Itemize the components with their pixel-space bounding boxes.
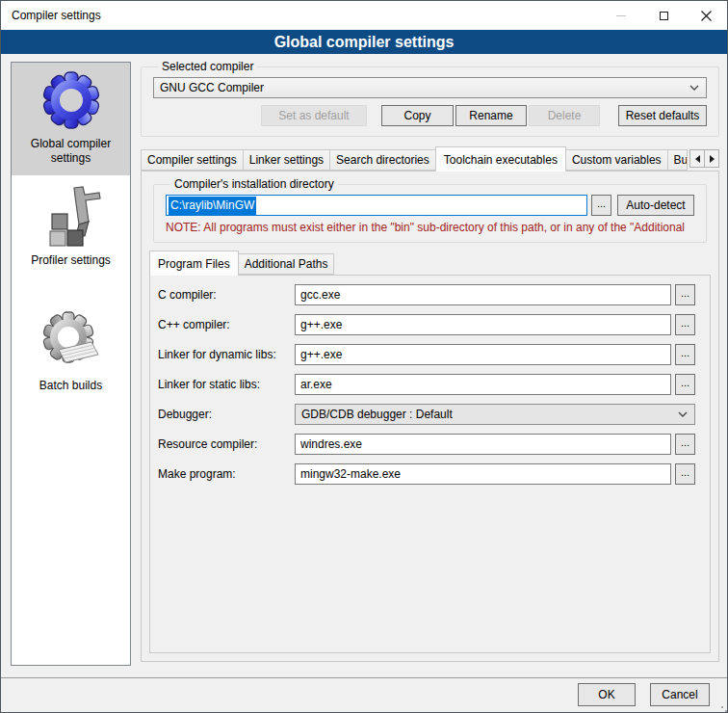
resource-compiler-label: Resource compiler: [158, 437, 295, 451]
static-linker-label: Linker for static libs: [158, 378, 295, 391]
installation-directory-input[interactable]: C:\raylib\MinGW [166, 195, 587, 216]
tab-search-directories[interactable]: Search directories [329, 149, 436, 171]
gear-blue-icon [39, 68, 103, 132]
sidebar-item-label: Batch builds [39, 379, 102, 393]
minimize-icon [616, 15, 626, 16]
maximize-icon [660, 12, 668, 20]
c-compiler-input[interactable] [295, 284, 671, 305]
window-controls [600, 1, 727, 30]
sidebar-item-global-compiler-settings[interactable]: Global compiler settings [12, 63, 130, 175]
debugger-select[interactable]: GDB/CDB debugger : Default [295, 404, 695, 425]
chevron-down-icon [689, 85, 699, 91]
minimize-button[interactable] [600, 1, 642, 30]
bin-subdirectory-note: NOTE: All programs must exist either in … [166, 221, 694, 234]
settings-tab-bar: Compiler settings Linker settings Search… [141, 145, 719, 171]
sidebar-item-label: Profiler settings [31, 253, 111, 268]
resource-compiler-input[interactable] [295, 434, 671, 455]
resource-compiler-browse-button[interactable]: ... [675, 434, 695, 455]
maximize-button[interactable] [642, 1, 685, 30]
make-program-row: Make program: ... [158, 463, 695, 485]
dialog-header-title: Global compiler settings [274, 34, 455, 51]
compiler-actions: Set as default Copy Rename Delete Reset … [153, 105, 707, 126]
tab-build-options-truncated[interactable]: Build [667, 149, 688, 171]
close-button[interactable] [685, 1, 727, 30]
dialog-footer: OK Cancel [578, 683, 710, 706]
dynamic-linker-label: Linker for dynamic libs: [158, 348, 295, 361]
debugger-label: Debugger: [158, 408, 295, 421]
compiler-select-value: GNU GCC Compiler [160, 81, 264, 94]
browse-directory-button[interactable]: ... [591, 195, 611, 216]
window-title: Compiler settings [1, 9, 101, 22]
make-program-label: Make program: [158, 467, 295, 481]
auto-detect-button[interactable]: Auto-detect [617, 195, 694, 216]
tab-additional-paths[interactable]: Additional Paths [238, 253, 335, 275]
caliper-icon [39, 185, 103, 249]
cancel-button[interactable]: Cancel [650, 683, 710, 706]
rename-button[interactable]: Rename [455, 105, 527, 126]
selected-compiler-group: Selected compiler GNU GCC Compiler Set a… [141, 60, 719, 137]
tab-scroll-right-button[interactable] [704, 149, 719, 168]
sidebar-item-label: Global compiler settings [13, 137, 128, 166]
make-program-input[interactable] [295, 463, 671, 485]
debugger-select-value: GDB/CDB debugger : Default [301, 408, 453, 421]
installation-directory-legend: Compiler's installation directory [170, 177, 338, 191]
settings-category-list: Global compiler settings Profiler settin… [11, 62, 131, 666]
tab-compiler-settings[interactable]: Compiler settings [141, 149, 244, 171]
sidebar-item-profiler-settings[interactable]: Profiler settings [12, 179, 130, 277]
make-program-browse-button[interactable]: ... [675, 463, 695, 485]
installation-directory-group: Compiler's installation directory C:\ray… [153, 177, 707, 243]
toolchain-executables-page: Compiler's installation directory C:\ray… [141, 171, 719, 662]
resize-grip[interactable] [721, 706, 723, 708]
installation-directory-value: C:\raylib\MinGW [169, 197, 256, 215]
compiler-select[interactable]: GNU GCC Compiler [153, 77, 707, 98]
selected-compiler-legend: Selected compiler [158, 60, 257, 73]
title-bar: Compiler settings [1, 1, 727, 30]
tab-scroll-buttons [689, 149, 719, 168]
tab-scroll-left-button[interactable] [689, 149, 705, 168]
gear-stack-icon [39, 310, 103, 374]
dynamic-linker-row: Linker for dynamic libs: ... [158, 344, 695, 365]
compiler-settings-dialog: Compiler settings Global compiler settin… [0, 0, 728, 713]
program-files-page: C compiler: ... C++ compiler: ... Linker… [149, 275, 711, 653]
cpp-compiler-label: C++ compiler: [158, 318, 295, 331]
resource-compiler-row: Resource compiler: ... [158, 434, 695, 455]
tab-custom-variables[interactable]: Custom variables [565, 149, 668, 171]
tab-toolchain-executables[interactable]: Toolchain executables [435, 146, 566, 172]
tab-scroll-left-icon [695, 155, 700, 163]
dynamic-linker-input[interactable] [295, 344, 671, 365]
set-as-default-button[interactable]: Set as default [261, 105, 367, 126]
c-compiler-browse-button[interactable]: ... [675, 284, 695, 305]
cpp-compiler-browse-button[interactable]: ... [675, 314, 695, 335]
static-linker-row: Linker for static libs: ... [158, 374, 695, 395]
chevron-down-icon [678, 411, 688, 417]
c-compiler-label: C compiler: [158, 288, 295, 302]
ok-button[interactable]: OK [578, 683, 636, 706]
cpp-compiler-input[interactable] [295, 314, 671, 335]
delete-button[interactable]: Delete [529, 105, 600, 126]
reset-defaults-button[interactable]: Reset defaults [618, 105, 707, 126]
dialog-body: Global compiler settings Profiler settin… [1, 54, 727, 712]
c-compiler-row: C compiler: ... [158, 284, 695, 305]
tab-linker-settings[interactable]: Linker settings [243, 149, 330, 171]
static-linker-browse-button[interactable]: ... [675, 374, 695, 395]
close-icon [701, 11, 712, 21]
files-tab-bar: Program Files Additional Paths [149, 251, 711, 275]
main-panel: Selected compiler GNU GCC Compiler Set a… [141, 57, 719, 662]
copy-button[interactable]: Copy [381, 105, 454, 126]
static-linker-input[interactable] [295, 374, 671, 395]
cpp-compiler-row: C++ compiler: ... [158, 314, 695, 335]
footer-separator [1, 677, 727, 678]
sidebar-item-batch-builds[interactable]: Batch builds [12, 304, 130, 403]
tab-program-files[interactable]: Program Files [149, 251, 239, 276]
dialog-header: Global compiler settings [1, 30, 727, 54]
debugger-row: Debugger: GDB/CDB debugger : Default [158, 404, 695, 425]
dynamic-linker-browse-button[interactable]: ... [675, 344, 695, 365]
tab-scroll-right-icon [710, 155, 715, 163]
installation-directory-row: C:\raylib\MinGW ... Auto-detect [166, 195, 694, 216]
